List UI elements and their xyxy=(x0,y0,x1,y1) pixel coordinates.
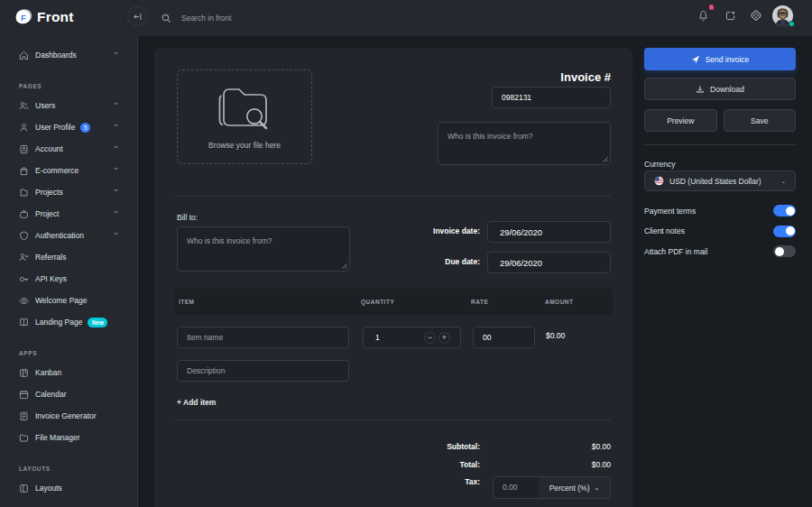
svg-text:F: F xyxy=(21,13,26,23)
